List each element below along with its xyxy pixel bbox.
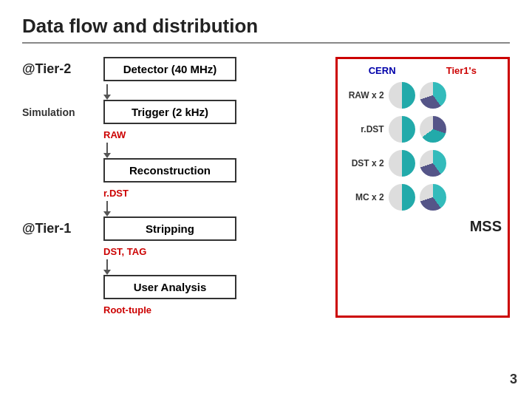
dst-tag-label: DST, TAG — [103, 246, 146, 257]
connector-3 — [103, 201, 111, 216]
arrow-1 — [103, 95, 111, 100]
arrow-3 — [103, 211, 111, 216]
pie-cern-raw — [389, 82, 415, 109]
raw-label: RAW — [103, 129, 126, 140]
vline-2 — [106, 143, 108, 153]
raw-x2-label: RAW x 2 — [344, 90, 384, 100]
arrow-2 — [103, 153, 111, 158]
dst-row-right: DST x 2 — [344, 150, 502, 177]
mc-row-right: MC x 2 — [344, 184, 502, 211]
main-content: @Tier-2 Detector (40 MHz) Simulation Tri… — [22, 57, 510, 318]
rdst-label: r.DST — [103, 188, 129, 199]
right-header: CERN Tier1's — [344, 65, 502, 76]
flow-diagram: @Tier-2 Detector (40 MHz) Simulation Tri… — [22, 57, 328, 318]
stripping-box: Stripping — [103, 216, 236, 241]
pie-cern-mc — [389, 184, 415, 211]
reconstruction-row: Reconstruction — [22, 158, 328, 183]
detector-box: Detector (40 MHz) — [103, 57, 236, 81]
arrow-4 — [103, 270, 111, 275]
reconstruction-box: Reconstruction — [103, 158, 236, 183]
vline-3 — [106, 201, 108, 211]
tier1-row: @Tier-1 Stripping — [22, 216, 328, 241]
user-analysis-box: User Analysis — [103, 275, 236, 299]
pie-tier1-rdst — [420, 116, 446, 143]
tier1-label-container: @Tier-1 — [22, 221, 103, 236]
slide: Data flow and distribution @Tier-2 Detec… — [0, 0, 532, 399]
mc-x2-label: MC x 2 — [344, 192, 384, 202]
pie-tier1-dst — [420, 150, 446, 177]
rdst-right-label: r.DST — [344, 124, 384, 134]
right-diagram: CERN Tier1's RAW x 2 r.DST DST x 2 — [335, 57, 510, 318]
title-divider — [22, 42, 510, 44]
simulation-label-container: Simulation — [22, 106, 103, 119]
pie-tier1-mc — [420, 184, 446, 211]
pie-cern-dst — [389, 150, 415, 177]
vline-4 — [106, 259, 108, 270]
connector-1 — [103, 84, 111, 100]
raw-row-right: RAW x 2 — [344, 82, 502, 109]
pie-tier1-raw — [420, 82, 446, 109]
trigger-box: Trigger (2 kHz) — [103, 100, 236, 124]
root-tuple-label: Root-tuple — [103, 304, 151, 316]
page-number: 3 — [510, 372, 517, 387]
rdst-row-right: r.DST — [344, 116, 502, 143]
simulation-row: Simulation Trigger (2 kHz) — [22, 100, 328, 124]
pie-cern-rdst — [389, 116, 415, 143]
mss-label: MSS — [344, 218, 502, 235]
tier2-row: @Tier-2 Detector (40 MHz) — [22, 57, 328, 81]
tier2-label: @Tier-2 — [22, 61, 103, 77]
user-analysis-row: User Analysis — [22, 275, 328, 299]
dst-x2-label: DST x 2 — [344, 158, 384, 168]
slide-title: Data flow and distribution — [22, 15, 510, 38]
connector-4 — [103, 259, 111, 275]
vline-1 — [106, 84, 108, 95]
tier1s-header: Tier1's — [446, 65, 477, 76]
cern-header: CERN — [369, 65, 396, 76]
connector-2 — [103, 143, 111, 158]
